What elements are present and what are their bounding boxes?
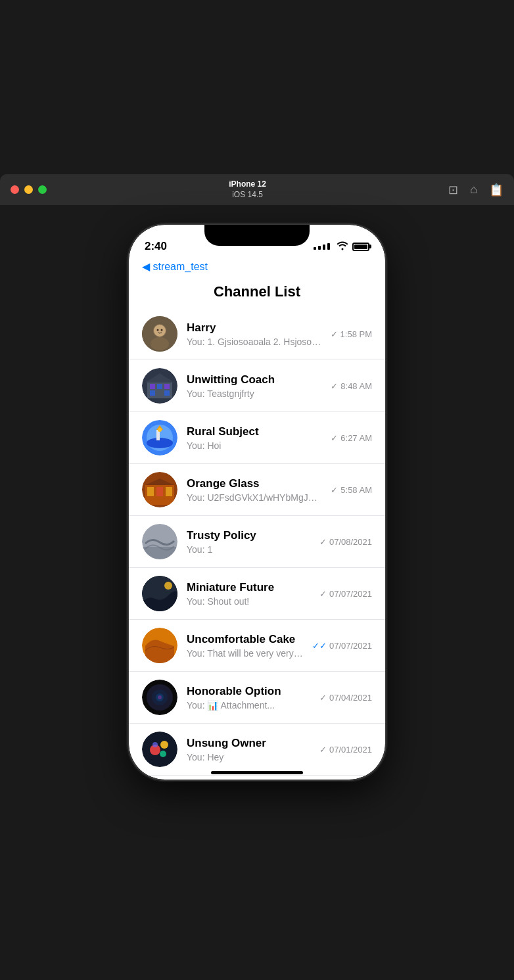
channel-name-uncomfortable: Uncomfortable Cake [187, 633, 303, 646]
wifi-icon [337, 241, 348, 252]
svg-rect-11 [150, 390, 155, 396]
channel-item-harry[interactable]: Harry You: 1. Gjsiosoaoala 2. Hsjosoaoa … [129, 308, 385, 360]
svg-point-42 [160, 751, 166, 757]
channel-item-rural-subject[interactable]: Rural Subject You: Hoi ✓ 6:27 AM [129, 412, 385, 464]
channel-preview-harry: You: 1. Gjsiosoaoala 2. Hsjosoaoa [187, 337, 321, 347]
check-icon-honorable: ✓ [319, 693, 327, 703]
svg-rect-10 [164, 384, 170, 389]
channel-item-miniature-future[interactable]: Miniature Future You: Shout out! ✓ 07/07… [129, 568, 385, 620]
screenshot-icon[interactable]: ⊡ [448, 183, 458, 197]
avatar-unwitting-coach [142, 368, 177, 404]
svg-rect-24 [156, 487, 163, 496]
avatar-miniature-future [142, 576, 177, 611]
channel-preview-miniature: You: Shout out! [187, 596, 310, 607]
channel-meta-unsung: ✓ 07/01/2021 [319, 745, 372, 755]
channel-time-trusty: ✓ 07/08/2021 [319, 537, 372, 547]
channel-item-uncomfortable-cake[interactable]: Uncomfortable Cake You: That will be ver… [129, 620, 385, 672]
channel-item-orange-glass[interactable]: Orange Glass You: U2FsdGVkX1/wHYbMgJahNh… [129, 464, 385, 516]
channel-time-unsung: ✓ 07/01/2021 [319, 745, 372, 755]
channel-preview-unsung: You: Hey [187, 752, 310, 762]
channel-item-unsung-owner[interactable]: Unsung Owner You: Hey ✓ 07/01/2021 [129, 724, 385, 776]
channel-content-unsung: Unsung Owner You: Hey [187, 737, 310, 762]
channel-time-rural: ✓ 6:27 AM [331, 433, 372, 443]
channel-name-rural: Rural Subject [187, 425, 321, 438]
channel-name-honorable: Honorable Option [187, 685, 310, 698]
avatar-unsung-owner [142, 732, 177, 767]
channel-preview-trusty: You: 1 [187, 544, 310, 555]
svg-point-41 [160, 741, 168, 749]
channel-name-miniature: Miniature Future [187, 581, 310, 594]
channel-meta-rural: ✓ 6:27 AM [331, 433, 372, 443]
svg-point-5 [161, 329, 163, 331]
channel-name-orange: Orange Glass [187, 477, 321, 490]
channel-preview-honorable: You: 📊 Attachment... [187, 700, 310, 711]
channel-preview-uncomfortable: You: That will be very very very long me… [187, 648, 303, 659]
channel-time-uncomfortable: ✓✓ 07/07/2021 [312, 641, 372, 651]
avatar-honorable-option [142, 680, 177, 715]
svg-point-31 [164, 582, 172, 590]
channel-list: Harry You: 1. Gjsiosoaoala 2. Hsjosoaoa … [129, 308, 385, 780]
channel-time-honorable: ✓ 07/04/2021 [319, 693, 372, 703]
channel-content-orange: Orange Glass You: U2FsdGVkX1/wHYbMgJahNh… [187, 477, 321, 503]
phone-frame: 2:40 [129, 225, 385, 780]
svg-rect-8 [150, 384, 155, 389]
svg-rect-25 [166, 487, 172, 496]
channel-item-trusty-policy[interactable]: Trusty Policy You: 1 ✓ 07/08/2021 [129, 516, 385, 568]
screen-content: 2:40 [129, 225, 385, 780]
svg-rect-9 [157, 384, 162, 389]
svg-point-20 [158, 428, 162, 432]
channel-item-unwitting-coach[interactable]: Unwitting Coach You: Teastgnjfrty ✓ 8:48… [129, 360, 385, 412]
signal-icon [314, 243, 330, 250]
traffic-lights [11, 185, 47, 194]
channel-time-orange: ✓ 5:58 AM [331, 485, 372, 495]
channel-meta-harry: ✓ 1:58 PM [331, 329, 372, 339]
svg-point-2 [151, 337, 169, 350]
avatar-orange-glass [142, 472, 177, 507]
channel-content-uncomfortable: Uncomfortable Cake You: That will be ver… [187, 633, 303, 659]
channel-item-big-farm[interactable]: Big Farm You: 📊 Attachment... ✓ 06/30/20… [129, 776, 385, 780]
channel-meta-uncomfortable: ✓✓ 07/07/2021 [312, 641, 372, 651]
mac-toolbar-icons: ⊡ ⌂ 📋 [448, 183, 503, 197]
svg-point-4 [157, 329, 159, 331]
channel-meta-miniature: ✓ 07/07/2021 [319, 589, 372, 599]
phone-screen: 2:40 [129, 225, 385, 780]
channel-meta-orange: ✓ 5:58 AM [331, 485, 372, 495]
svg-point-43 [152, 742, 158, 747]
ios-version: iOS 14.5 [47, 190, 448, 200]
channel-item-honorable-option[interactable]: Honorable Option You: 📊 Attachment... ✓ … [129, 672, 385, 724]
channel-name-unwitting: Unwitting Coach [187, 373, 321, 386]
channel-content-rural: Rural Subject You: Hoi [187, 425, 321, 451]
close-button[interactable] [11, 185, 19, 194]
notch [204, 225, 310, 246]
back-label: ◀ stream_test [142, 260, 208, 273]
device-info: iPhone 12 iOS 14.5 [47, 179, 448, 200]
check-icon-trusty: ✓ [319, 537, 327, 547]
channel-meta-trusty: ✓ 07/08/2021 [319, 537, 372, 547]
maximize-button[interactable] [38, 185, 47, 194]
channel-preview-orange: You: U2FsdGVkX1/wHYbMgJahNhzBhFdsp+... [187, 492, 321, 503]
channel-time-unwitting: ✓ 8:48 AM [331, 381, 372, 391]
simulator-background: 2:40 [0, 205, 514, 806]
check-icon-rural: ✓ [331, 433, 338, 443]
channel-meta-honorable: ✓ 07/04/2021 [319, 693, 372, 703]
minimize-button[interactable] [24, 185, 33, 194]
channel-name-trusty: Trusty Policy [187, 529, 310, 542]
svg-point-3 [154, 325, 166, 337]
clipboard-icon[interactable]: 📋 [489, 183, 503, 197]
check-icon-uncomfortable: ✓✓ [312, 641, 327, 651]
home-icon[interactable]: ⌂ [470, 183, 477, 197]
svg-rect-23 [147, 487, 154, 496]
svg-rect-12 [157, 390, 162, 398]
mac-titlebar: iPhone 12 iOS 14.5 ⊡ ⌂ 📋 [0, 174, 514, 205]
check-icon-harry: ✓ [331, 329, 338, 339]
channel-name-unsung: Unsung Owner [187, 737, 310, 750]
channel-content-honorable: Honorable Option You: 📊 Attachment... [187, 685, 310, 711]
check-icon-unsung: ✓ [319, 745, 327, 755]
channel-name-harry: Harry [187, 321, 321, 335]
channel-time-miniature: ✓ 07/07/2021 [319, 589, 372, 599]
channel-preview-unwitting: You: Teastgnjfrty [187, 388, 321, 399]
avatar-uncomfortable-cake [142, 628, 177, 663]
svg-rect-13 [164, 390, 170, 396]
channel-meta-unwitting: ✓ 8:48 AM [331, 381, 372, 391]
back-nav[interactable]: ◀ stream_test [129, 259, 385, 278]
